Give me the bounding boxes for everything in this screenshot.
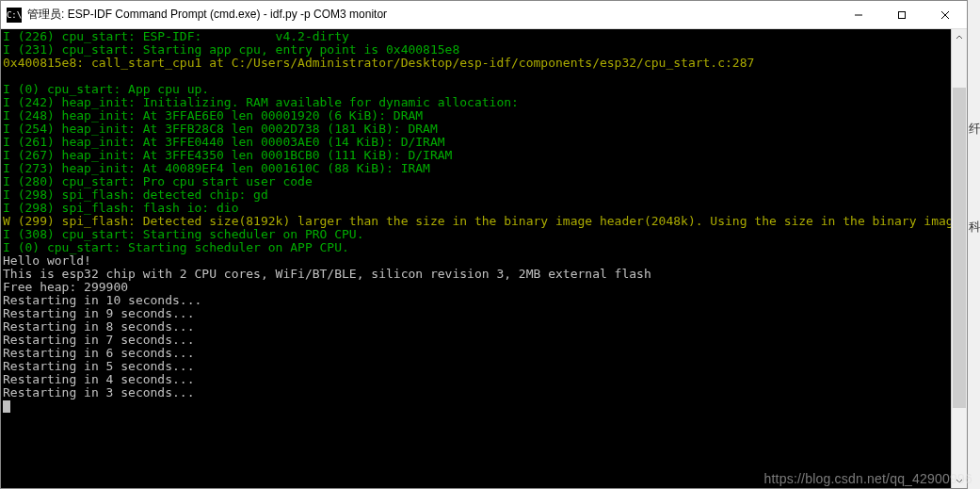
scrollbar-thumb[interactable]: [953, 88, 966, 408]
titlebar[interactable]: C:\ 管理员: ESP-IDF Command Prompt (cmd.exe…: [1, 1, 967, 29]
terminal-line: Restarting in 9 seconds...: [3, 307, 965, 320]
terminal-line: I (0) cpu_start: App cpu up.: [3, 83, 965, 96]
terminal-line: I (254) heap_init: At 3FFB28C8 len 0002D…: [3, 122, 965, 136]
terminal-line: I (242) heap_init: Initializing. RAM ava…: [3, 96, 965, 109]
terminal-line: I (298) spi_flash: detected chip: gd: [3, 188, 965, 202]
maximize-icon: [897, 10, 907, 20]
terminal-line: I (280) cpu_start: Pro cpu start user co…: [3, 175, 965, 188]
maximize-button[interactable]: [880, 1, 924, 28]
terminal-line: I (261) heap_init: At 3FFE0440 len 00003…: [3, 136, 965, 149]
scroll-up-button[interactable]: [952, 29, 967, 45]
minimize-icon: [854, 10, 863, 20]
terminal-line: I (226) cpu_start: ESP-IDF: v4.2-dirty: [3, 30, 965, 43]
chevron-up-icon: [956, 34, 963, 41]
terminal-line: Restarting in 5 seconds...: [3, 360, 965, 373]
cursor: [3, 400, 10, 413]
terminal-line: I (0) cpu_start: Starting scheduler on A…: [3, 241, 965, 254]
scroll-down-button[interactable]: [952, 472, 967, 488]
terminal-line: W (299) spi_flash: Detected size(8192k) …: [3, 215, 965, 228]
close-button[interactable]: [924, 1, 967, 28]
terminal-line: Free heap: 299900: [3, 281, 965, 294]
terminal-cursor-line: [3, 399, 965, 413]
terminal-line: Restarting in 3 seconds...: [3, 386, 965, 399]
terminal-line: I (298) spi_flash: flash io: dio: [3, 202, 965, 215]
window-controls: [837, 1, 967, 28]
side-glyph-b: 科: [969, 219, 980, 236]
terminal-line: Hello world!: [3, 254, 965, 268]
terminal-output[interactable]: I (226) cpu_start: ESP-IDF: v4.2-dirtyI …: [1, 29, 967, 488]
terminal-line: Restarting in 6 seconds...: [3, 347, 965, 360]
svg-rect-1: [899, 11, 906, 18]
side-glyph-a: 纤: [969, 121, 980, 138]
terminal-line: [3, 70, 965, 83]
terminal-line: I (308) cpu_start: Starting scheduler on…: [3, 228, 965, 241]
minimize-button[interactable]: [837, 1, 880, 28]
terminal-line: Restarting in 4 seconds...: [3, 373, 965, 386]
terminal-line: This is esp32 chip with 2 CPU cores, WiF…: [3, 268, 965, 281]
terminal-line: Restarting in 10 seconds...: [3, 294, 965, 307]
terminal-line: Restarting in 7 seconds...: [3, 334, 965, 347]
terminal-line: 0x400815e8: call_start_cpu1 at C:/Users/…: [3, 57, 965, 70]
chevron-down-icon: [956, 477, 963, 484]
vertical-scrollbar[interactable]: [951, 29, 967, 488]
terminal-line: I (273) heap_init: At 40089EF4 len 00016…: [3, 162, 965, 175]
command-prompt-window: C:\ 管理员: ESP-IDF Command Prompt (cmd.exe…: [0, 0, 968, 489]
scrollbar-track[interactable]: [952, 45, 967, 472]
terminal-line: I (231) cpu_start: Starting app cpu, ent…: [3, 43, 965, 57]
terminal-line: Restarting in 8 seconds...: [3, 320, 965, 334]
window-app-icon: C:\: [7, 8, 22, 23]
close-icon: [940, 10, 950, 20]
window-title: 管理员: ESP-IDF Command Prompt (cmd.exe) - …: [27, 7, 837, 23]
terminal-line: I (267) heap_init: At 3FFE4350 len 0001B…: [3, 149, 965, 162]
terminal-line: I (248) heap_init: At 3FFAE6E0 len 00001…: [3, 109, 965, 122]
